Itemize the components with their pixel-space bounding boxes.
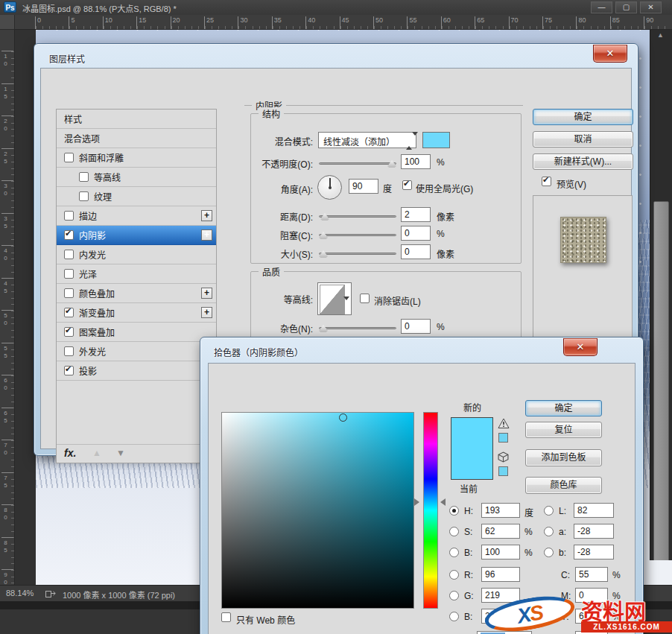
close-button[interactable]: ✕	[640, 1, 662, 13]
radio-b[interactable]	[449, 548, 459, 557]
shadow-color-swatch[interactable]	[422, 132, 450, 148]
ok-button[interactable]: 确定	[533, 109, 633, 125]
angle-input[interactable]: 90	[349, 179, 378, 194]
checkbox[interactable]	[79, 191, 89, 201]
scroll-up-icon[interactable]: ▲	[657, 31, 664, 39]
checkbox[interactable]	[64, 153, 74, 162]
checkbox-checked[interactable]: ✔	[64, 308, 74, 317]
move-down-icon[interactable]: ▼	[116, 448, 125, 458]
l-input[interactable]: 82	[574, 503, 614, 518]
move-up-icon[interactable]: ▲	[92, 448, 101, 458]
dialog-close-button[interactable]: ✕	[593, 45, 627, 63]
web-safe-cube-icon[interactable]	[498, 451, 509, 463]
checkbox-checked[interactable]: ✔	[64, 327, 74, 337]
opacity-slider[interactable]	[319, 160, 396, 168]
sidebar-item-contour[interactable]: 等高线	[57, 168, 216, 187]
angle-label: 角度(A):	[216, 183, 313, 195]
b-input[interactable]: 100	[481, 545, 520, 559]
size-input[interactable]: 0	[401, 244, 431, 259]
add-instance-button[interactable]: +	[201, 307, 212, 318]
radio-lab-b[interactable]	[544, 548, 554, 557]
gamut-color-swatch[interactable]	[498, 433, 508, 443]
maximize-button[interactable]: ▢	[615, 1, 637, 13]
angle-dial[interactable]	[317, 175, 342, 200]
hue-slider-left-arrow-icon[interactable]	[414, 498, 419, 506]
sidebar-item-color-overlay[interactable]: 颜色叠加+	[57, 284, 216, 303]
new-style-button[interactable]: 新建样式(W)...	[533, 153, 633, 170]
sidebar-item-inner-glow[interactable]: 内发光	[57, 245, 216, 264]
radio-b2[interactable]	[449, 612, 459, 621]
blend-mode-dropdown[interactable]: 线性减淡（添加）	[318, 132, 416, 148]
distance-input[interactable]: 2	[401, 207, 431, 222]
add-to-swatches-button[interactable]: 添加到色板	[525, 449, 602, 466]
size-slider[interactable]	[319, 250, 396, 258]
gamut-warning-icon[interactable]	[498, 418, 510, 429]
sidebar-item-texture[interactable]: 纹理	[57, 187, 216, 206]
sidebar-item-drop-shadow[interactable]: ✔投影+	[57, 361, 216, 381]
a-input[interactable]: -28	[574, 524, 614, 539]
checkbox-checked[interactable]: ✔	[64, 230, 74, 240]
scrollbar-thumb[interactable]	[653, 201, 669, 565]
noise-input[interactable]: 0	[401, 319, 431, 334]
global-light-checkbox[interactable]: ✔	[402, 180, 412, 190]
radio-l[interactable]	[544, 506, 554, 516]
sidebar-item-gradient-overlay[interactable]: ✔渐变叠加+	[57, 303, 216, 323]
hue-slider[interactable]	[423, 412, 438, 609]
opacity-input[interactable]: 100	[401, 154, 431, 169]
radio-s[interactable]	[449, 527, 459, 536]
contour-picker[interactable]	[317, 282, 352, 315]
preview-checkbox[interactable]: ✔	[542, 177, 551, 186]
lab-b-input[interactable]: -28	[574, 545, 614, 559]
vertical-scrollbar[interactable]: ▲ ▼	[650, 30, 672, 585]
checkbox[interactable]	[79, 172, 89, 182]
sidebar-item-pattern-overlay[interactable]: ✔图案叠加	[57, 323, 216, 342]
checkbox[interactable]	[64, 250, 74, 259]
sidebar-item-bevel-emboss[interactable]: 斜面和浮雕	[57, 148, 216, 168]
zoom-level[interactable]: 88.14%	[6, 589, 34, 597]
choke-input[interactable]: 0	[401, 226, 431, 241]
dialog-close-button[interactable]: ✕	[563, 338, 597, 356]
web-colors-checkbox[interactable]	[221, 612, 231, 622]
ruler-number: 20	[2, 118, 9, 133]
saturation-brightness-field[interactable]	[221, 412, 414, 609]
checkbox[interactable]	[64, 288, 74, 298]
color-libraries-button[interactable]: 颜色库	[525, 477, 602, 494]
h-input[interactable]: 193	[481, 503, 520, 518]
distance-slider[interactable]	[319, 213, 396, 221]
r-input[interactable]: 96	[481, 567, 520, 582]
checkbox[interactable]	[64, 211, 74, 221]
reset-button[interactable]: 复位	[525, 422, 602, 438]
sidebar-item-outer-glow[interactable]: 外发光	[57, 342, 216, 361]
radio-a[interactable]	[544, 527, 554, 536]
noise-slider[interactable]	[319, 325, 396, 332]
add-instance-button[interactable]: +	[201, 229, 212, 241]
checkbox-checked[interactable]: ✔	[64, 366, 74, 375]
sidebar-item-styles[interactable]: 样式	[57, 110, 216, 129]
fx-icon[interactable]: fx.	[64, 447, 76, 459]
export-icon[interactable]	[45, 589, 57, 598]
radio-h[interactable]	[449, 506, 459, 516]
antialias-checkbox[interactable]	[360, 294, 370, 303]
s-input[interactable]: 62	[481, 524, 520, 539]
add-instance-button[interactable]: +	[201, 288, 212, 299]
antialias-label: 消除锯齿(L)	[374, 294, 421, 307]
sidebar-item-inner-shadow[interactable]: ✔内阴影+	[57, 226, 216, 245]
add-instance-button[interactable]: +	[201, 210, 212, 221]
item-label: 投影	[79, 364, 97, 377]
sidebar-item-stroke[interactable]: 描边+	[57, 206, 216, 226]
radio-r[interactable]	[449, 570, 459, 580]
web-safe-color-swatch[interactable]	[498, 466, 508, 476]
hue-slider-right-arrow-icon[interactable]	[440, 498, 446, 506]
checkbox[interactable]	[64, 269, 74, 279]
item-label: 内发光	[79, 248, 106, 261]
cancel-button[interactable]: 取消	[533, 131, 633, 148]
choke-slider[interactable]	[319, 232, 396, 239]
checkbox[interactable]	[64, 346, 74, 356]
ok-button[interactable]: 确定	[525, 400, 602, 416]
c-input[interactable]: 55	[575, 567, 608, 582]
color-field-marker[interactable]	[339, 413, 347, 422]
sidebar-item-satin[interactable]: 光泽	[57, 264, 216, 284]
radio-g[interactable]	[449, 591, 459, 600]
sidebar-item-blending-options[interactable]: 混合选项	[57, 129, 216, 148]
minimize-button[interactable]: —	[591, 1, 612, 13]
